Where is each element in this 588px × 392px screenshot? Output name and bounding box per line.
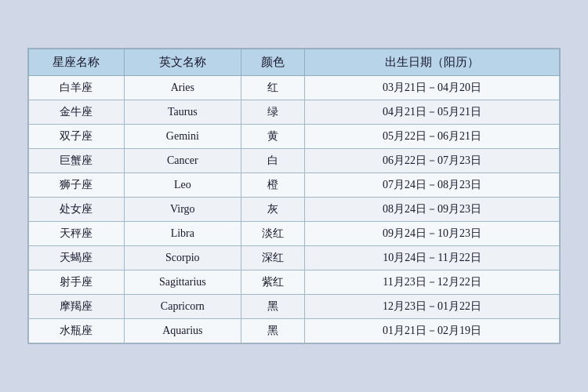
cell-en: Sagittarius: [124, 270, 241, 295]
table-row: 狮子座Leo橙07月24日－08月23日: [29, 173, 560, 198]
cell-en: Libra: [124, 222, 241, 246]
cell-date: 09月24日－10月23日: [305, 222, 560, 246]
cell-color: 橙: [241, 173, 304, 198]
header-en: 英文名称: [124, 49, 241, 76]
cell-zh: 狮子座: [29, 173, 125, 198]
cell-date: 05月22日－06月21日: [305, 125, 560, 149]
cell-date: 12月23日－01月22日: [305, 295, 560, 319]
cell-color: 淡红: [241, 222, 304, 246]
cell-color: 黑: [241, 319, 304, 343]
table-row: 金牛座Taurus绿04月21日－05月21日: [29, 100, 560, 125]
cell-en: Scorpio: [124, 246, 241, 270]
cell-date: 08月24日－09月23日: [305, 198, 560, 222]
cell-date: 07月24日－08月23日: [305, 173, 560, 198]
cell-color: 绿: [241, 100, 304, 125]
header-date: 出生日期（阳历）: [305, 49, 560, 76]
cell-en: Capricorn: [124, 295, 241, 319]
table-row: 天蝎座Scorpio深红10月24日－11月22日: [29, 246, 560, 270]
cell-zh: 天秤座: [29, 222, 125, 246]
cell-color: 紫红: [241, 270, 304, 295]
cell-date: 04月21日－05月21日: [305, 100, 560, 125]
cell-zh: 白羊座: [29, 76, 125, 100]
table-row: 水瓶座Aquarius黑01月21日－02月19日: [29, 319, 560, 343]
cell-zh: 天蝎座: [29, 246, 125, 270]
cell-color: 深红: [241, 246, 304, 270]
cell-date: 01月21日－02月19日: [305, 319, 560, 343]
table-header-row: 星座名称 英文名称 颜色 出生日期（阳历）: [29, 49, 560, 76]
cell-date: 11月23日－12月22日: [305, 270, 560, 295]
cell-date: 10月24日－11月22日: [305, 246, 560, 270]
table-row: 白羊座Aries红03月21日－04月20日: [29, 76, 560, 100]
table-row: 摩羯座Capricorn黑12月23日－01月22日: [29, 295, 560, 319]
cell-en: Virgo: [124, 198, 241, 222]
cell-color: 黑: [241, 295, 304, 319]
header-color: 颜色: [241, 49, 304, 76]
cell-zh: 双子座: [29, 125, 125, 149]
cell-zh: 水瓶座: [29, 319, 125, 343]
cell-color: 红: [241, 76, 304, 100]
cell-date: 06月22日－07月23日: [305, 149, 560, 173]
cell-en: Gemini: [124, 125, 241, 149]
zodiac-table: 星座名称 英文名称 颜色 出生日期（阳历） 白羊座Aries红03月21日－04…: [28, 49, 560, 343]
cell-color: 黄: [241, 125, 304, 149]
cell-color: 灰: [241, 198, 304, 222]
cell-zh: 巨蟹座: [29, 149, 125, 173]
cell-zh: 摩羯座: [29, 295, 125, 319]
cell-zh: 金牛座: [29, 100, 125, 125]
cell-en: Leo: [124, 173, 241, 198]
cell-en: Aquarius: [124, 319, 241, 343]
header-zh: 星座名称: [29, 49, 125, 76]
cell-en: Cancer: [124, 149, 241, 173]
cell-en: Aries: [124, 76, 241, 100]
cell-color: 白: [241, 149, 304, 173]
cell-date: 03月21日－04月20日: [305, 76, 560, 100]
cell-zh: 处女座: [29, 198, 125, 222]
cell-en: Taurus: [124, 100, 241, 125]
table-row: 天秤座Libra淡红09月24日－10月23日: [29, 222, 560, 246]
table-row: 巨蟹座Cancer白06月22日－07月23日: [29, 149, 560, 173]
table-row: 处女座Virgo灰08月24日－09月23日: [29, 198, 560, 222]
table-row: 射手座Sagittarius紫红11月23日－12月22日: [29, 270, 560, 295]
zodiac-table-container: 星座名称 英文名称 颜色 出生日期（阳历） 白羊座Aries红03月21日－04…: [27, 48, 561, 344]
cell-zh: 射手座: [29, 270, 125, 295]
table-row: 双子座Gemini黄05月22日－06月21日: [29, 125, 560, 149]
